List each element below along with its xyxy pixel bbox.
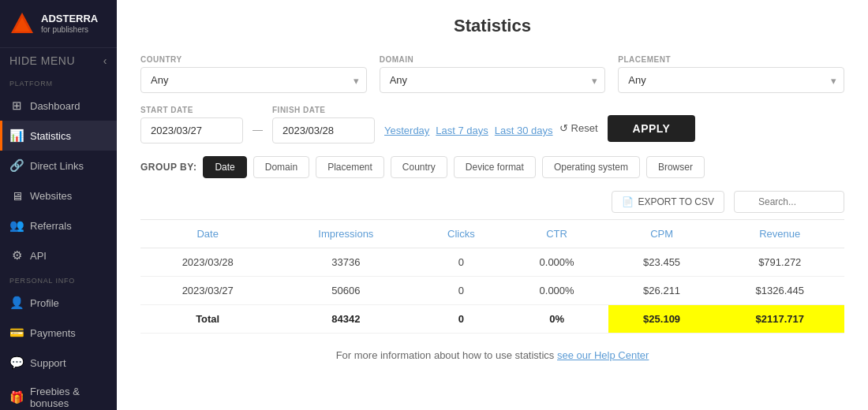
sidebar-item-label: Referrals xyxy=(30,220,72,232)
arrow-left-icon: ‹ xyxy=(103,54,107,67)
platform-section-label: PLATFORM xyxy=(0,73,117,91)
col-header-cpm: CPM xyxy=(608,220,716,248)
start-date-label: START DATE xyxy=(140,106,243,114)
sidebar-item-label: Profile xyxy=(30,297,59,309)
cell-ctr: 0.000% xyxy=(505,277,608,305)
referrals-icon: 👥 xyxy=(9,218,24,233)
cell-total-revenue: $2117.717 xyxy=(716,305,845,334)
sidebar-item-payments[interactable]: 💳 Payments xyxy=(0,318,117,348)
cell-date: 2023/03/28 xyxy=(140,248,275,277)
direct-links-icon: 🔗 xyxy=(9,158,24,173)
cell-total-clicks: 0 xyxy=(417,305,505,334)
export-icon: 📄 xyxy=(622,196,634,207)
support-icon: 💬 xyxy=(9,356,24,370)
col-header-date: Date xyxy=(140,220,275,248)
table-body: 2023/03/28 33736 0 0.000% $23.455 $791.2… xyxy=(140,248,844,334)
cell-cpm: $26.211 xyxy=(608,277,716,305)
quick-dates-group: Yesterday Last 7 days Last 30 days ↺ Res… xyxy=(384,122,598,144)
cell-clicks: 0 xyxy=(417,277,505,305)
domain-filter-group: DOMAIN Any xyxy=(380,55,606,93)
sidebar-item-referrals[interactable]: 👥 Referrals xyxy=(0,211,117,240)
sidebar-item-freebies[interactable]: 🎁 Freebies & bonuses xyxy=(0,378,117,410)
cell-clicks: 0 xyxy=(417,248,505,277)
search-wrapper xyxy=(734,191,844,213)
help-center-link[interactable]: see our Help Center xyxy=(557,349,649,361)
start-date-input[interactable] xyxy=(140,117,243,144)
col-header-clicks: Clicks xyxy=(417,220,505,248)
header-row: Date Impressions Clicks CTR CPM Revenue xyxy=(140,220,844,248)
help-footer: For more information about how to use st… xyxy=(140,349,844,361)
domain-label: DOMAIN xyxy=(380,55,606,64)
cell-revenue: $1326.445 xyxy=(716,277,845,305)
sidebar-item-statistics[interactable]: 📊 Statistics xyxy=(0,121,117,151)
start-date-group: START DATE xyxy=(140,106,243,144)
cell-revenue: $791.272 xyxy=(716,248,845,277)
sidebar-item-direct-links[interactable]: 🔗 Direct Links xyxy=(0,151,117,181)
sidebar-item-api[interactable]: ⚙ API xyxy=(0,240,117,270)
payments-icon: 💳 xyxy=(9,326,24,340)
group-by-label: GROUP BY: xyxy=(140,162,196,173)
yesterday-button[interactable]: Yesterday xyxy=(384,123,429,138)
date-range-separator: — xyxy=(253,124,263,144)
statistics-icon: 📊 xyxy=(9,129,24,143)
sidebar-item-label: API xyxy=(30,250,47,262)
sidebar-item-label: Payments xyxy=(30,327,76,339)
export-csv-button[interactable]: 📄 EXPORT TO CSV xyxy=(612,191,724,213)
col-header-ctr: CTR xyxy=(505,220,608,248)
table-header: Date Impressions Clicks CTR CPM Revenue xyxy=(140,220,844,248)
page-container: Statistics COUNTRY Any DOMAIN Any xyxy=(117,0,868,385)
total-row: Total 84342 0 0% $25.109 $2117.717 xyxy=(140,305,844,334)
sidebar-item-label: Statistics xyxy=(30,130,71,142)
cell-ctr: 0.000% xyxy=(505,248,608,277)
sidebar-item-profile[interactable]: 👤 Profile xyxy=(0,288,117,318)
finish-date-label: FINISH DATE xyxy=(272,106,375,114)
col-header-impressions: Impressions xyxy=(275,220,417,248)
group-btn-placement[interactable]: Placement xyxy=(316,156,384,178)
country-filter-group: COUNTRY Any xyxy=(140,55,367,93)
group-btn-operating-system[interactable]: Operating system xyxy=(542,156,640,178)
brand-sub: for publishers xyxy=(41,25,98,35)
cell-total-ctr: 0% xyxy=(505,305,608,334)
finish-date-group: FINISH DATE xyxy=(272,106,375,144)
brand-name: ADSTERRA xyxy=(41,13,98,25)
date-row: START DATE — FINISH DATE Yesterday Last … xyxy=(140,106,844,144)
cell-date: 2023/03/27 xyxy=(140,277,275,305)
group-btn-device-format[interactable]: Device format xyxy=(454,156,536,178)
statistics-table: Date Impressions Clicks CTR CPM Revenue … xyxy=(140,219,844,334)
domain-select[interactable]: Any xyxy=(380,67,606,93)
logo-area: ADSTERRA for publishers xyxy=(0,0,117,48)
domain-select-wrapper: Any xyxy=(380,67,606,93)
table-row: 2023/03/27 50606 0 0.000% $26.211 $1326.… xyxy=(140,277,844,305)
hide-menu-button[interactable]: HIDE MENU ‹ xyxy=(0,48,117,73)
finish-date-input[interactable] xyxy=(272,117,375,144)
apply-button[interactable]: APPLY xyxy=(608,115,696,142)
sidebar-item-support[interactable]: 💬 Support xyxy=(0,348,117,378)
sidebar-item-label: Direct Links xyxy=(30,160,84,172)
country-label: COUNTRY xyxy=(140,55,367,64)
placement-select-wrapper: Any xyxy=(618,67,844,93)
websites-icon: 🖥 xyxy=(9,188,24,203)
sidebar-item-label: Freebies & bonuses xyxy=(30,386,107,409)
country-select[interactable]: Any xyxy=(140,67,367,93)
sidebar-item-label: Websites xyxy=(30,190,72,202)
group-btn-browser[interactable]: Browser xyxy=(646,156,705,178)
sidebar: ADSTERRA for publishers HIDE MENU ‹ PLAT… xyxy=(0,0,117,410)
group-btn-date[interactable]: Date xyxy=(203,156,246,178)
cell-cpm: $23.455 xyxy=(608,248,716,277)
placement-label: PLACEMENT xyxy=(618,55,844,64)
sidebar-item-websites[interactable]: 🖥 Websites xyxy=(0,181,117,211)
group-btn-domain[interactable]: Domain xyxy=(253,156,309,178)
search-input[interactable] xyxy=(734,191,844,213)
placement-select[interactable]: Any xyxy=(618,67,844,93)
reset-button[interactable]: ↺ Reset xyxy=(559,122,598,139)
country-select-wrapper: Any xyxy=(140,67,367,93)
sidebar-item-label: Dashboard xyxy=(30,100,80,112)
cell-total-label: Total xyxy=(140,305,275,334)
sidebar-item-dashboard[interactable]: ⊞ Dashboard xyxy=(0,91,117,121)
last30-button[interactable]: Last 30 days xyxy=(495,123,553,138)
last7-button[interactable]: Last 7 days xyxy=(436,123,488,138)
table-toolbar: 📄 EXPORT TO CSV xyxy=(140,191,844,213)
group-by-row: GROUP BY: Date Domain Placement Country … xyxy=(140,156,844,178)
group-btn-country[interactable]: Country xyxy=(391,156,447,178)
dashboard-icon: ⊞ xyxy=(9,99,24,113)
